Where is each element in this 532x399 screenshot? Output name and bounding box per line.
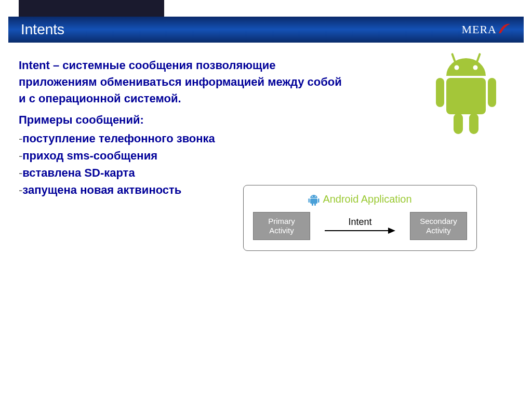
diagram-title: Android Application bbox=[253, 193, 467, 206]
svg-rect-12 bbox=[312, 203, 313, 206]
list-item: -приход sms-сообщения bbox=[19, 147, 513, 164]
top-stripe bbox=[19, 0, 164, 17]
intro-text: Intent – системные сообщения позволяющие… bbox=[19, 57, 351, 107]
svg-point-15 bbox=[315, 196, 316, 197]
mera-logo: MERA bbox=[461, 22, 511, 37]
svg-rect-13 bbox=[314, 203, 316, 206]
arrow-label: Intent bbox=[348, 217, 371, 228]
svg-point-14 bbox=[312, 196, 313, 197]
intent-diagram: Android Application Primary Activity Int… bbox=[243, 185, 477, 251]
diagram-row: Primary Activity Intent Secondary Activi… bbox=[253, 212, 467, 240]
mera-swoosh-icon bbox=[498, 22, 511, 37]
examples-heading: Примеры сообщений: bbox=[19, 113, 513, 127]
primary-activity-box: Primary Activity bbox=[253, 212, 310, 240]
svg-rect-10 bbox=[309, 198, 310, 203]
slide-title: Intents bbox=[21, 21, 64, 38]
intent-arrow: Intent bbox=[313, 217, 407, 235]
secondary-activity-box: Secondary Activity bbox=[410, 212, 467, 240]
svg-rect-9 bbox=[310, 198, 317, 204]
list-item: -вставлена SD-карта bbox=[19, 164, 513, 181]
svg-rect-11 bbox=[318, 198, 320, 203]
android-small-icon bbox=[308, 193, 320, 206]
diagram-title-text: Android Application bbox=[323, 193, 411, 205]
list-item: -поступление телефонного звонка bbox=[19, 130, 513, 147]
mera-logo-text: MERA bbox=[461, 23, 497, 36]
svg-marker-17 bbox=[388, 228, 395, 234]
title-bar: Intents MERA bbox=[8, 17, 524, 43]
slide-content: Intent – системные сообщения позволяющие… bbox=[19, 57, 513, 198]
